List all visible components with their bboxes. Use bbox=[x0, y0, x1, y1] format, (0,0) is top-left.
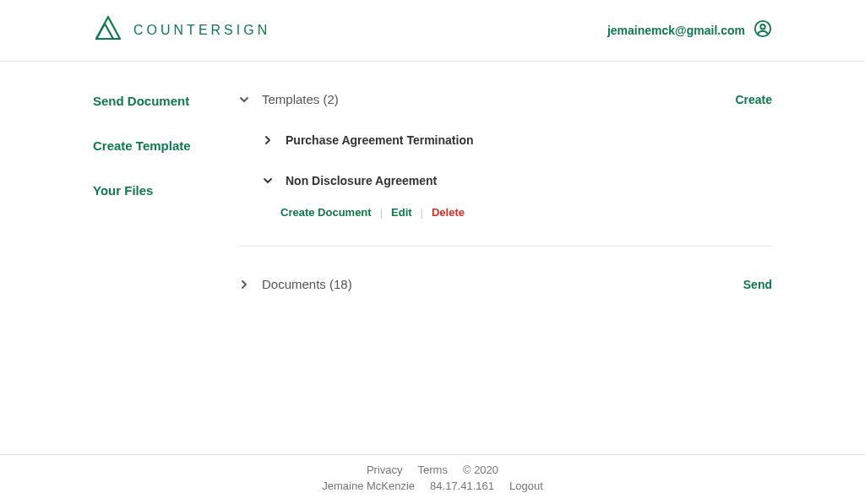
templates-section-header: Templates (2) Create bbox=[238, 85, 772, 113]
brand-logo-icon bbox=[93, 15, 123, 46]
documents-title: Documents (18) bbox=[262, 277, 352, 291]
main-content: Send Document Create Template Your Files… bbox=[0, 62, 865, 298]
footer-row-session: Jemaine McKenzie 84.17.41.161 Logout bbox=[0, 480, 865, 492]
chevron-right-icon bbox=[262, 134, 274, 146]
svg-point-1 bbox=[760, 24, 765, 29]
user-avatar-icon bbox=[753, 19, 772, 41]
brand-logo-group[interactable]: COUNTERSIGN bbox=[93, 15, 270, 46]
logout-link[interactable]: Logout bbox=[509, 480, 543, 492]
app-footer: Privacy Terms © 2020 Jemaine McKenzie 84… bbox=[0, 454, 865, 504]
send-document-button[interactable]: Send bbox=[743, 278, 772, 291]
footer-row-links: Privacy Terms © 2020 bbox=[0, 463, 865, 476]
create-template-button[interactable]: Create bbox=[735, 93, 772, 106]
template-actions: Create Document | Edit | Delete bbox=[262, 206, 772, 219]
templates-toggle[interactable]: Templates (2) bbox=[238, 92, 339, 106]
chevron-down-icon bbox=[238, 94, 250, 106]
sidebar-item-send-document[interactable]: Send Document bbox=[93, 94, 238, 108]
documents-section-header: Documents (18) Send bbox=[238, 270, 772, 298]
action-divider: | bbox=[421, 206, 423, 219]
template-name: Purchase Agreement Termination bbox=[286, 133, 474, 147]
sidebar-nav: Send Document Create Template Your Files bbox=[93, 85, 238, 298]
section-divider bbox=[238, 246, 772, 247]
user-email: jemainemck@gmail.com bbox=[607, 24, 745, 37]
sidebar-item-your-files[interactable]: Your Files bbox=[93, 183, 238, 198]
template-name: Non Disclosure Agreement bbox=[286, 174, 437, 187]
delete-template-button[interactable]: Delete bbox=[432, 206, 465, 219]
content-area: Templates (2) Create Purchase Agreement … bbox=[238, 85, 772, 298]
footer-user-name: Jemaine McKenzie bbox=[322, 480, 415, 492]
action-divider: | bbox=[380, 206, 383, 219]
app-header: COUNTERSIGN jemainemck@gmail.com bbox=[0, 0, 865, 62]
user-menu[interactable]: jemainemck@gmail.com bbox=[607, 19, 772, 41]
edit-template-button[interactable]: Edit bbox=[391, 206, 412, 219]
chevron-down-icon bbox=[262, 175, 274, 187]
footer-ip-address: 84.17.41.161 bbox=[430, 480, 494, 492]
templates-list: Purchase Agreement Termination Non Discl… bbox=[238, 133, 772, 219]
create-document-button[interactable]: Create Document bbox=[280, 206, 372, 219]
copyright-text: © 2020 bbox=[463, 463, 498, 476]
chevron-right-icon bbox=[238, 279, 250, 290]
template-item: Purchase Agreement Termination bbox=[262, 133, 772, 147]
template-toggle[interactable]: Non Disclosure Agreement bbox=[262, 174, 772, 187]
privacy-link[interactable]: Privacy bbox=[367, 463, 403, 476]
template-toggle[interactable]: Purchase Agreement Termination bbox=[262, 133, 772, 147]
templates-title: Templates (2) bbox=[262, 92, 339, 106]
terms-link[interactable]: Terms bbox=[418, 463, 448, 476]
documents-toggle[interactable]: Documents (18) bbox=[238, 277, 352, 291]
brand-name: COUNTERSIGN bbox=[133, 23, 270, 38]
template-item: Non Disclosure Agreement Create Document… bbox=[262, 174, 772, 219]
sidebar-item-create-template[interactable]: Create Template bbox=[93, 138, 238, 153]
